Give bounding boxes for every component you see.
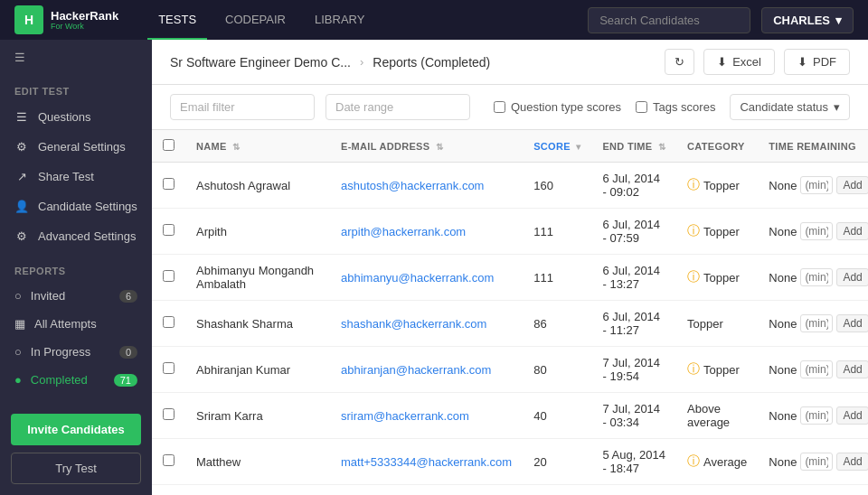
row-name: Arpith <box>185 209 330 255</box>
sidebar-item-candidate-settings[interactable]: 👤 Candidate Settings <box>0 191 152 221</box>
row-email-link[interactable]: sriram@hackerrank.com <box>341 409 469 423</box>
question-type-scores-label[interactable]: Question type scores <box>494 100 621 114</box>
row-checkbox[interactable] <box>163 454 175 466</box>
filter-bar: Question type scores Tags scores Candida… <box>152 85 868 130</box>
sidebar-item-all-attempts[interactable]: ▦ All Attempts <box>0 310 152 338</box>
sort-score-icon[interactable]: ▾ <box>576 142 580 152</box>
excel-button[interactable]: ⬇ Excel <box>703 49 775 75</box>
sidebar-label-general-settings: General Settings <box>38 140 126 154</box>
row-score: 80 <box>523 347 591 393</box>
add-time-button[interactable]: Add <box>836 360 868 378</box>
row-checkbox[interactable] <box>163 224 175 236</box>
logo-work: For Work <box>51 22 118 31</box>
info-icon: ⓘ <box>687 453 700 470</box>
sort-end-icon[interactable]: ⇅ <box>658 142 665 152</box>
sidebar-item-completed[interactable]: ● Completed 71 <box>0 366 152 394</box>
add-time-button[interactable]: Add <box>836 268 868 286</box>
breadcrumb-test-name: Sr Software Engineer Demo C... <box>170 55 351 70</box>
row-checkbox[interactable] <box>163 362 175 374</box>
row-name: Ashutosh Agrawal <box>185 163 330 209</box>
row-score: 20 <box>523 485 591 496</box>
time-none-label: None <box>769 409 797 423</box>
row-email-link[interactable]: shashank@hackerrank.com <box>341 317 486 331</box>
sidebar-item-share-test[interactable]: ↗ Share Test <box>0 162 152 191</box>
candidate-status-dropdown[interactable]: Candidate status ▾ <box>730 94 850 120</box>
sidebar-item-in-progress[interactable]: ○ In Progress 0 <box>0 338 152 366</box>
breadcrumb-actions: ↻ ⬇ Excel ⬇ PDF <box>665 49 850 75</box>
user-menu[interactable]: CHARLES ▾ <box>761 7 854 33</box>
question-type-scores-checkbox[interactable] <box>494 101 505 113</box>
search-input[interactable] <box>588 7 750 33</box>
row-checkbox-cell <box>152 163 185 209</box>
row-email-link[interactable]: abhimanyu@hackerrank.com <box>341 271 494 285</box>
row-score: 20 <box>523 439 591 485</box>
time-input[interactable] <box>800 453 833 471</box>
refresh-button[interactable]: ↻ <box>665 49 694 75</box>
add-time-button[interactable]: Add <box>836 453 868 471</box>
sort-name-icon[interactable]: ⇅ <box>232 142 240 152</box>
time-input[interactable] <box>800 268 833 286</box>
row-category: ⓘ Topper <box>676 209 758 255</box>
sidebar-item-invited[interactable]: ○ Invited 6 <box>0 282 152 310</box>
circle-icon: ○ <box>14 289 22 303</box>
row-checkbox[interactable] <box>163 316 175 328</box>
col-header-end-time: END TIME ⇅ <box>591 130 676 163</box>
row-checkbox[interactable] <box>163 408 175 420</box>
table-row: Abhimanyu Mongandh Ambalath abhimanyu@ha… <box>152 255 868 301</box>
row-email: arpith@hackerrank.com <box>330 209 523 255</box>
time-input[interactable] <box>800 222 833 240</box>
logo-hacker: HackerRank <box>51 10 118 22</box>
tags-scores-label[interactable]: Tags scores <box>636 100 715 114</box>
row-email-link[interactable]: ashutosh@hackerrank.com <box>341 179 484 192</box>
category-label: Topper <box>703 363 740 377</box>
nav-tests[interactable]: TESTS <box>147 0 207 40</box>
add-time-button[interactable]: Add <box>836 314 868 332</box>
info-icon: ⓘ <box>687 177 700 193</box>
pdf-button[interactable]: ⬇ PDF <box>784 49 850 75</box>
time-input[interactable] <box>800 314 833 332</box>
row-checkbox-cell <box>152 485 185 496</box>
try-test-button[interactable]: Try Test <box>11 453 141 484</box>
sidebar-item-general-settings[interactable]: ⚙ General Settings <box>0 132 152 162</box>
row-category: Above average <box>676 393 758 439</box>
row-checkbox[interactable] <box>163 178 175 190</box>
sidebar-label-advanced-settings: Advanced Settings <box>38 229 136 243</box>
sort-email-icon[interactable]: ⇅ <box>436 142 443 152</box>
invite-candidates-button[interactable]: Invite Candidates <box>11 414 141 445</box>
date-range-input[interactable] <box>326 94 470 120</box>
advanced-icon: ⚙ <box>14 229 29 243</box>
hamburger-icon[interactable]: ☰ <box>0 40 152 75</box>
add-time-button[interactable]: Add <box>836 406 868 425</box>
table-row: Abhiranjan Kumar abhiranjan@hackerrank.c… <box>152 347 868 393</box>
sidebar-label-in-progress: In Progress <box>31 345 90 359</box>
col-header-email: E-MAIL ADDRESS ⇅ <box>330 130 523 163</box>
row-email-link[interactable]: abhiranjan@hackerrank.com <box>341 363 491 377</box>
select-all-checkbox[interactable] <box>163 139 175 151</box>
email-filter-input[interactable] <box>170 94 315 120</box>
user-icon: 👤 <box>14 200 29 213</box>
time-input[interactable] <box>800 360 833 378</box>
row-checkbox-cell <box>152 439 185 485</box>
nav-links: TESTS CODEPAIR LIBRARY <box>147 0 588 40</box>
row-time-remaining: None Add <box>758 393 868 439</box>
category-label: Topper <box>687 317 723 331</box>
row-checkbox-cell <box>152 255 185 301</box>
row-checkbox[interactable] <box>163 270 175 282</box>
excel-label: Excel <box>732 55 761 69</box>
grid-icon: ▦ <box>14 317 25 331</box>
add-time-button[interactable]: Add <box>836 176 868 194</box>
row-email-link[interactable]: matt+5333344@hackerrank.com <box>341 455 512 469</box>
time-input[interactable] <box>800 406 833 425</box>
sidebar-item-questions[interactable]: ☰ Questions <box>0 102 152 132</box>
table-row: Shashank Sharma shashank@hackerrank.com … <box>152 301 868 347</box>
sidebar-item-advanced-settings[interactable]: ⚙ Advanced Settings <box>0 221 152 251</box>
tags-scores-checkbox[interactable] <box>636 101 647 113</box>
row-email: matt+5333344@hackerrank.com <box>330 439 523 485</box>
row-email-link[interactable]: arpith@hackerrank.com <box>341 225 466 238</box>
nav-codepair[interactable]: CODEPAIR <box>214 0 297 40</box>
row-time-remaining: None Add <box>758 209 868 255</box>
row-category: ⓘ Average <box>676 439 758 485</box>
add-time-button[interactable]: Add <box>836 222 868 240</box>
time-input[interactable] <box>800 176 833 194</box>
nav-library[interactable]: LIBRARY <box>304 0 375 40</box>
